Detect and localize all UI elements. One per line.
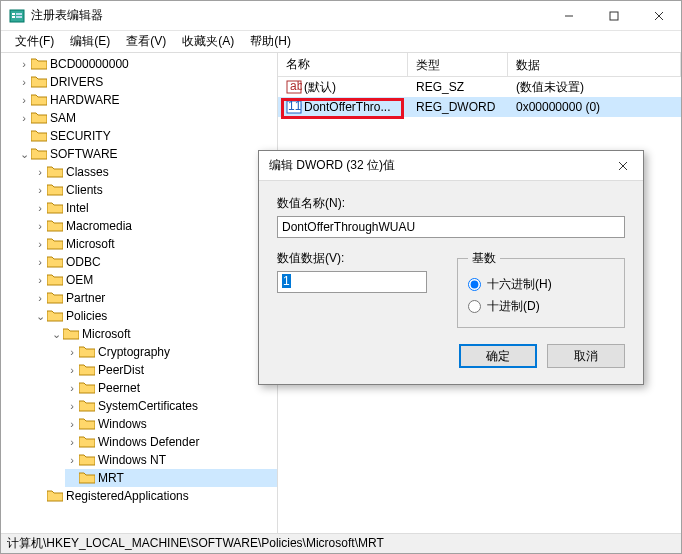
tree-node-classes[interactable]: ›Classes: [33, 163, 277, 181]
menu-view[interactable]: 查看(V): [118, 31, 174, 52]
window-title: 注册表编辑器: [31, 7, 546, 24]
value-data-input[interactable]: 1: [277, 271, 427, 293]
tree-node-mrt[interactable]: MRT: [65, 469, 277, 487]
value-name-input[interactable]: [277, 216, 625, 238]
tree-node-sam[interactable]: ›SAM: [17, 109, 277, 127]
folder-icon: [47, 309, 63, 323]
cancel-button[interactable]: 取消: [547, 344, 625, 368]
radix-dec-option[interactable]: 十进制(D): [468, 295, 614, 317]
folder-icon: [79, 417, 95, 431]
expand-icon[interactable]: ›: [33, 220, 47, 232]
tree-node-winnt[interactable]: ›Windows NT: [65, 451, 277, 469]
expand-icon[interactable]: ›: [33, 274, 47, 286]
svg-rect-4: [16, 16, 22, 18]
list-header: 名称 类型 数据: [278, 53, 681, 77]
tree-node-software[interactable]: ⌄SOFTWARE: [17, 145, 277, 163]
expand-icon[interactable]: ›: [65, 346, 79, 358]
col-data[interactable]: 数据: [508, 53, 681, 76]
list-row-selected[interactable]: 110 DontOfferThro... REG_DWORD 0x0000000…: [278, 97, 681, 117]
folder-icon: [47, 489, 63, 503]
tree-node-intel[interactable]: ›Intel: [33, 199, 277, 217]
menu-favorites[interactable]: 收藏夹(A): [174, 31, 242, 52]
tree-node-peerdist[interactable]: ›PeerDist: [65, 361, 277, 379]
expand-icon[interactable]: ›: [17, 58, 31, 70]
list-row[interactable]: ab (默认) REG_SZ (数值未设置): [278, 77, 681, 97]
tree-node-microsoft[interactable]: ›Microsoft: [33, 235, 277, 253]
tree-pane[interactable]: ›BCD00000000 ›DRIVERS ›HARDWARE ›SAM SEC…: [1, 53, 278, 533]
tree-node-partner[interactable]: ›Partner: [33, 289, 277, 307]
tree-node-drivers[interactable]: ›DRIVERS: [17, 73, 277, 91]
tree-node-peernet[interactable]: ›Peernet: [65, 379, 277, 397]
expand-icon[interactable]: ›: [33, 238, 47, 250]
expand-icon[interactable]: ›: [65, 400, 79, 412]
expand-icon[interactable]: ›: [17, 94, 31, 106]
folder-icon: [31, 111, 47, 125]
dword-value-icon: 110: [286, 99, 302, 115]
collapse-icon[interactable]: ⌄: [33, 310, 47, 323]
expand-icon[interactable]: ›: [17, 112, 31, 124]
tree-node-macromedia[interactable]: ›Macromedia: [33, 217, 277, 235]
radix-hex-label: 十六进制(H): [487, 276, 552, 293]
tree-node-policies[interactable]: ⌄Policies: [33, 307, 277, 325]
radix-hex-radio[interactable]: [468, 278, 481, 291]
expand-icon[interactable]: ›: [33, 166, 47, 178]
folder-icon: [31, 93, 47, 107]
folder-icon: [47, 237, 63, 251]
folder-icon: [31, 129, 47, 143]
folder-icon: [79, 435, 95, 449]
col-type[interactable]: 类型: [408, 53, 508, 76]
expand-icon[interactable]: ›: [65, 454, 79, 466]
maximize-button[interactable]: [591, 1, 636, 30]
col-name[interactable]: 名称: [278, 53, 408, 76]
tree-node-windef[interactable]: ›Windows Defender: [65, 433, 277, 451]
tree-node-cryptography[interactable]: ›Cryptography: [65, 343, 277, 361]
svg-rect-6: [610, 12, 618, 20]
folder-icon: [79, 363, 95, 377]
folder-icon: [79, 399, 95, 413]
menu-file[interactable]: 文件(F): [7, 31, 62, 52]
tree-node-clients[interactable]: ›Clients: [33, 181, 277, 199]
expand-icon[interactable]: ›: [17, 76, 31, 88]
tree-node-bcd[interactable]: ›BCD00000000: [17, 55, 277, 73]
expand-icon[interactable]: ›: [33, 256, 47, 268]
statusbar: 计算机\HKEY_LOCAL_MACHINE\SOFTWARE\Policies…: [1, 533, 681, 553]
folder-icon: [31, 147, 47, 161]
tree-node-oem[interactable]: ›OEM: [33, 271, 277, 289]
expand-icon[interactable]: ›: [65, 382, 79, 394]
expand-icon[interactable]: ›: [33, 292, 47, 304]
tree-node-security[interactable]: SECURITY: [17, 127, 277, 145]
expand-icon[interactable]: ›: [33, 202, 47, 214]
collapse-icon[interactable]: ⌄: [17, 148, 31, 161]
expand-icon[interactable]: ›: [65, 364, 79, 376]
tree-node-odbc[interactable]: ›ODBC: [33, 253, 277, 271]
svg-rect-2: [12, 16, 15, 18]
close-button[interactable]: [636, 1, 681, 30]
folder-icon: [47, 273, 63, 287]
folder-icon: [79, 453, 95, 467]
menu-help[interactable]: 帮助(H): [242, 31, 299, 52]
tree-node-pol-microsoft[interactable]: ⌄Microsoft: [49, 325, 277, 343]
minimize-button[interactable]: [546, 1, 591, 30]
dialog-titlebar: 编辑 DWORD (32 位)值: [259, 151, 643, 181]
folder-icon: [79, 345, 95, 359]
svg-rect-3: [16, 13, 22, 15]
radix-hex-option[interactable]: 十六进制(H): [468, 273, 614, 295]
menu-edit[interactable]: 编辑(E): [62, 31, 118, 52]
value-name: (默认): [304, 79, 336, 96]
tree-node-regapps[interactable]: RegisteredApplications: [33, 487, 277, 505]
collapse-icon[interactable]: ⌄: [49, 328, 63, 341]
ok-button[interactable]: 确定: [459, 344, 537, 368]
value-type: REG_SZ: [408, 78, 508, 96]
expand-icon[interactable]: ›: [33, 184, 47, 196]
dialog-close-button[interactable]: [603, 151, 643, 180]
tree-node-systemcerts[interactable]: ›SystemCertificates: [65, 397, 277, 415]
dialog-body: 数值名称(N): 数值数据(V): 1 基数 十六进制(H) 十进制(D): [259, 181, 643, 384]
expand-icon[interactable]: ›: [65, 418, 79, 430]
radix-fieldset: 基数 十六进制(H) 十进制(D): [457, 250, 625, 328]
radix-legend: 基数: [468, 250, 500, 267]
expand-icon[interactable]: ›: [65, 436, 79, 448]
tree-node-windows[interactable]: ›Windows: [65, 415, 277, 433]
radix-dec-radio[interactable]: [468, 300, 481, 313]
value-data-label: 数值数据(V):: [277, 250, 437, 267]
tree-node-hardware[interactable]: ›HARDWARE: [17, 91, 277, 109]
